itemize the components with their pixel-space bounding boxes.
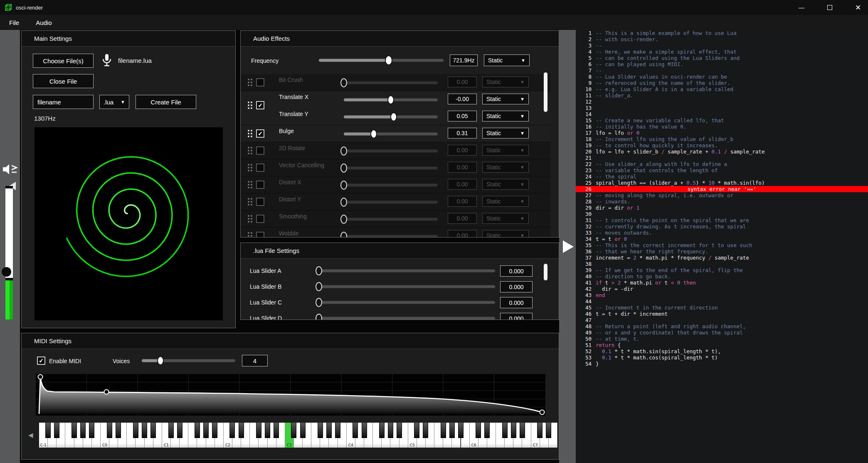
piano-key-black[interactable] (291, 423, 296, 438)
piano-key-black[interactable] (458, 423, 464, 438)
code-line[interactable]: 51return { (576, 342, 868, 348)
effect-slider[interactable] (344, 128, 438, 140)
envelope-point-attack[interactable] (38, 375, 43, 379)
piano-key-black[interactable] (274, 423, 279, 438)
voices-slider[interactable] (142, 355, 235, 366)
piano-key-black[interactable] (89, 423, 94, 438)
code-line[interactable]: 40-- direction to go back. (576, 273, 868, 280)
code-line[interactable]: 7-- (576, 67, 868, 74)
choose-file-button[interactable]: Choose File(s) (33, 54, 94, 68)
effect-slider[interactable] (344, 77, 438, 89)
code-line[interactable]: 23-- variable that controls the length o… (576, 167, 868, 173)
piano-key-black[interactable] (256, 423, 261, 438)
piano-key-black[interactable] (353, 423, 358, 438)
frequency-mode-dropdown[interactable]: Static ▼ (484, 54, 530, 66)
effect-slider[interactable] (319, 312, 495, 319)
piano-key-black[interactable] (116, 423, 121, 438)
lua-slider-value[interactable]: 0.000 (500, 281, 533, 292)
effect-slider[interactable] (319, 265, 495, 277)
menu-file[interactable]: File (6, 17, 22, 28)
effect-slider[interactable] (344, 162, 438, 174)
effect-slider[interactable] (344, 230, 438, 237)
code-line[interactable]: 25spiral_length == (slider_a + 0.5) * 10… (576, 180, 868, 186)
piano-key-black[interactable] (107, 423, 112, 438)
code-line[interactable]: 3-- (576, 42, 868, 49)
effect-value[interactable]: 0.00 (448, 196, 477, 207)
effect-value[interactable]: 0.05 (448, 111, 477, 121)
effect-mode-dropdown[interactable]: Static▼ (482, 111, 529, 121)
effect-value[interactable]: 0.00 (448, 145, 477, 156)
microphone-icon[interactable] (101, 53, 112, 68)
code-line[interactable]: 2-- with osci-render. (576, 36, 868, 42)
piano-key-black[interactable] (239, 423, 244, 438)
piano-key-black[interactable] (326, 423, 332, 438)
lua-slider-value[interactable]: 0.000 (500, 265, 533, 277)
piano-key-black[interactable] (195, 423, 200, 438)
piano-key-black[interactable] (203, 423, 209, 438)
code-line[interactable]: 48-- Return a point (left and right audi… (576, 323, 868, 329)
piano-key-black[interactable] (168, 423, 174, 438)
effect-slider[interactable] (344, 111, 438, 123)
effect-slider[interactable] (344, 213, 438, 225)
close-file-button[interactable]: Close File (33, 74, 94, 88)
code-line[interactable]: 10-- e.g. Lua Slider A is in a variable … (576, 86, 868, 92)
effect-mode-dropdown[interactable]: Static▼ (482, 213, 529, 224)
piano-key-black[interactable] (300, 423, 306, 438)
effect-value[interactable]: 0.00 (448, 230, 477, 237)
code-line[interactable]: 41if t > 2 * math.pi or t < 0 then (576, 280, 868, 286)
code-line[interactable]: 33-- moves outwards. (576, 230, 868, 236)
code-line[interactable]: 16-- initially has the value 0. (576, 124, 868, 130)
code-line[interactable]: 43end (576, 292, 868, 298)
code-line[interactable]: 36-- that we hear the right frequency. (576, 248, 868, 255)
piano-key-black[interactable] (449, 423, 455, 438)
code-line[interactable]: 11-- slider_a. (576, 92, 868, 99)
piano-key-black[interactable] (229, 423, 235, 438)
code-line[interactable]: 1-- This is a simple example of how to u… (576, 30, 868, 36)
code-line[interactable]: 39-- If we get to the end of the spiral,… (576, 267, 868, 273)
piano-key-black[interactable] (484, 423, 490, 438)
piano-key-black[interactable] (546, 423, 551, 438)
code-line[interactable]: 4-- Here, we make a simple spiral effect… (576, 49, 868, 55)
create-file-button[interactable]: Create File (136, 95, 196, 109)
effect-mode-dropdown[interactable]: Static▼ (482, 128, 529, 139)
code-line[interactable]: 22-- Use slider_a along with lfo to defi… (576, 161, 868, 167)
piano-key-black[interactable] (54, 423, 59, 438)
enable-midi-checkbox[interactable]: ✓ (37, 357, 45, 365)
effect-value[interactable]: 0.00 (448, 179, 477, 190)
code-line[interactable]: 17lfo = lfo or 0 (576, 130, 868, 136)
filename-input[interactable]: filename (33, 95, 94, 109)
effect-value[interactable]: 0.31 (448, 128, 477, 139)
voices-value[interactable]: 4 (242, 355, 268, 366)
effect-mode-dropdown[interactable]: Static▼ (482, 94, 529, 104)
code-line[interactable]: 34t = t or 0 (576, 236, 868, 242)
play-button[interactable] (563, 240, 574, 253)
piano-key-black[interactable] (362, 423, 367, 438)
effect-slider[interactable] (344, 145, 438, 157)
code-line[interactable]: 35-- This is the correct increment for t… (576, 242, 868, 248)
code-line[interactable]: 27-- moving along the spiral, i.e. outwa… (576, 192, 868, 198)
code-line[interactable]: 14 (576, 111, 868, 117)
menu-audio[interactable]: Audio (32, 17, 55, 28)
code-line[interactable]: 5-- can be controlled using the Lua Slid… (576, 55, 868, 61)
effect-slider[interactable] (344, 196, 438, 208)
piano-key-black[interactable] (414, 423, 419, 438)
piano-key-black[interactable] (318, 423, 323, 438)
piano-key-black[interactable] (502, 423, 508, 438)
code-line[interactable]: 32-- currently drawing. As t increases, … (576, 223, 868, 230)
envelope-point-release[interactable] (540, 410, 545, 415)
piano-key-black[interactable] (72, 423, 77, 438)
effect-value[interactable]: 0.00 (448, 77, 477, 87)
code-line[interactable]: 54} (576, 361, 868, 367)
lua-slider-value[interactable]: 0.000 (500, 297, 533, 308)
lua-code-editor[interactable]: 1-- This is a simple example of how to u… (576, 30, 868, 463)
code-line[interactable]: 37increment = 2 * math.pi * frequency / … (576, 255, 868, 261)
frequency-value[interactable]: 721.9Hz (450, 54, 478, 66)
close-button[interactable]: ✕ (852, 2, 864, 13)
minimize-button[interactable]: — (796, 2, 807, 13)
effect-mode-dropdown[interactable]: Static▼ (482, 230, 529, 237)
code-line[interactable]: 21 (576, 155, 868, 161)
envelope-point-decay[interactable] (104, 390, 109, 394)
code-line[interactable]: 12 (576, 99, 868, 105)
piano-key-black[interactable] (265, 423, 270, 438)
effect-value[interactable]: 0.00 (448, 213, 477, 224)
